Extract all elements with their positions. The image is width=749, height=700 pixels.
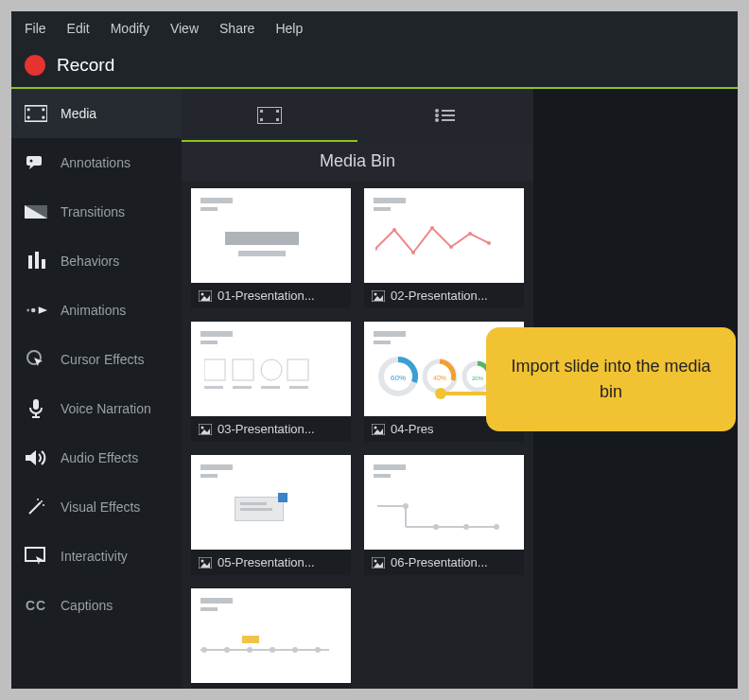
sidebar-item-visual-effects[interactable]: Visual Effects	[11, 482, 182, 532]
svg-point-24	[43, 504, 44, 506]
media-thumbnail	[191, 455, 351, 550]
svg-rect-12	[42, 259, 45, 269]
sidebar-item-behaviors[interactable]: Behaviors	[11, 236, 182, 286]
media-thumbnail	[191, 588, 351, 683]
sidebar-item-media[interactable]: Media	[11, 89, 182, 138]
svg-marker-71	[374, 429, 383, 434]
media-grid-scroll[interactable]: 01-Presentation... 02-Presentation...	[182, 181, 533, 689]
sidebar-item-transitions[interactable]: Transitions	[11, 187, 182, 236]
menu-file[interactable]: File	[25, 21, 46, 36]
tab-thumbnail-view[interactable]	[182, 89, 357, 142]
svg-point-40	[201, 292, 204, 295]
view-tabs	[182, 89, 533, 142]
callout-pointer-dot	[435, 388, 446, 399]
svg-point-73	[201, 559, 204, 562]
svg-rect-26	[26, 548, 44, 561]
svg-point-89	[270, 647, 275, 653]
svg-text:40%: 40%	[433, 375, 446, 381]
record-button[interactable]	[25, 55, 45, 76]
sidebar-item-label: Media	[61, 106, 96, 121]
svg-rect-59	[289, 386, 308, 389]
sidebar-item-captions[interactable]: CC Captions	[11, 581, 182, 630]
media-item[interactable]: 06-Presentation...	[364, 455, 524, 575]
mic-icon	[25, 397, 47, 420]
media-item[interactable]: 03-Presentation...	[191, 322, 351, 442]
svg-point-54	[261, 359, 282, 380]
svg-text:60%: 60%	[391, 374, 406, 382]
media-caption: 07-Presentation...	[191, 683, 351, 689]
sidebar-item-label: Behaviors	[61, 254, 119, 269]
sidebar-item-label: Cursor Effects	[61, 352, 144, 367]
image-icon	[199, 290, 212, 302]
svg-point-86	[201, 647, 207, 653]
svg-point-13	[26, 309, 29, 312]
media-caption: 03-Presentation...	[191, 416, 351, 442]
svg-point-79	[433, 524, 439, 530]
menu-modify[interactable]: Modify	[111, 21, 149, 36]
sidebar-item-interactivity[interactable]: Interactivity	[11, 532, 182, 581]
svg-rect-5	[26, 156, 42, 166]
svg-point-43	[392, 228, 396, 232]
menu-help[interactable]: Help	[275, 21, 303, 36]
sidebar-item-cursor-effects[interactable]: Cursor Effects	[11, 335, 182, 384]
sidebar-item-label: Captions	[61, 598, 113, 613]
svg-marker-15	[39, 306, 47, 313]
media-item[interactable]: 07-Presentation...	[191, 588, 351, 689]
annotation-icon	[25, 151, 47, 174]
cc-icon: CC	[25, 594, 47, 617]
menu-view[interactable]: View	[170, 21, 199, 36]
sidebar-item-voice-narration[interactable]: Voice Narration	[11, 384, 182, 433]
svg-point-50	[374, 292, 377, 295]
speaker-icon	[25, 446, 47, 469]
svg-rect-2	[27, 116, 30, 119]
menu-edit[interactable]: Edit	[67, 21, 90, 36]
svg-marker-84	[374, 562, 383, 568]
svg-rect-57	[233, 386, 252, 389]
svg-marker-74	[200, 562, 210, 568]
media-caption: 05-Presentation...	[191, 550, 351, 575]
svg-point-7	[30, 160, 33, 163]
svg-point-83	[374, 559, 377, 562]
transition-icon	[25, 201, 47, 223]
svg-rect-1	[27, 108, 30, 111]
sidebar-item-label: Interactivity	[61, 549, 128, 564]
svg-rect-18	[33, 399, 39, 410]
media-item[interactable]: 01-Presentation...	[191, 188, 351, 308]
filmstrip-icon	[25, 102, 47, 125]
app-window: File Edit Modify View Share Help Record …	[11, 11, 738, 689]
svg-rect-0	[25, 106, 47, 122]
image-icon	[372, 557, 385, 569]
svg-rect-55	[287, 359, 308, 380]
content-panel: Media Bin 01-Presentation...	[182, 89, 533, 689]
panel-title: Media Bin	[182, 142, 533, 181]
svg-point-35	[435, 114, 439, 117]
svg-marker-41	[200, 295, 210, 301]
menubar: File Edit Modify View Share Help	[11, 11, 738, 45]
svg-rect-4	[42, 116, 44, 119]
tab-list-view[interactable]	[357, 89, 533, 142]
svg-marker-62	[200, 429, 210, 434]
media-thumbnail	[191, 322, 351, 416]
behaviors-icon	[25, 250, 47, 272]
sidebar-item-animations[interactable]: Animations	[11, 286, 182, 335]
media-item[interactable]: 02-Presentation...	[364, 188, 524, 308]
sidebar-item-annotations[interactable]: Annotations	[11, 138, 182, 187]
sidebar-item-label: Animations	[61, 303, 126, 318]
image-icon	[199, 557, 212, 569]
menu-share[interactable]: Share	[219, 21, 254, 36]
sidebar-item-label: Annotations	[61, 155, 131, 170]
media-thumbnail	[191, 188, 351, 283]
svg-rect-3	[42, 108, 44, 111]
wand-icon	[25, 496, 47, 518]
interactive-icon	[25, 545, 47, 568]
sidebar-item-audio-effects[interactable]: Audio Effects	[11, 433, 182, 482]
svg-point-70	[374, 426, 377, 429]
svg-rect-58	[261, 386, 280, 389]
svg-rect-36	[442, 114, 455, 116]
tutorial-callout: Import slide into the media bin	[486, 327, 736, 431]
media-item[interactable]: 05-Presentation...	[191, 455, 351, 575]
svg-marker-51	[374, 295, 383, 301]
svg-point-45	[430, 226, 434, 230]
svg-rect-92	[242, 636, 259, 643]
svg-rect-29	[260, 110, 263, 113]
